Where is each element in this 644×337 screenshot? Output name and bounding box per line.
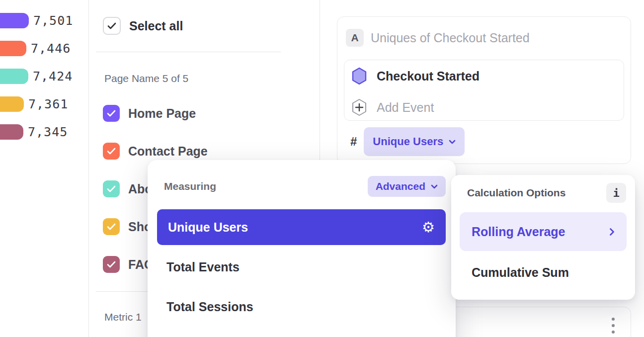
add-event-button[interactable]: Add Event	[351, 98, 434, 116]
checkbox-contact-page[interactable]	[103, 143, 120, 160]
add-event-label: Add Event	[377, 100, 434, 115]
section-divider	[96, 52, 281, 52]
legend-value: 7,501	[33, 13, 73, 28]
checkmark-icon	[107, 185, 116, 192]
dot	[612, 324, 615, 327]
filter-label: Home Page	[128, 106, 196, 121]
legend-bar-swatch	[0, 41, 26, 56]
event-name: Checkout Started	[377, 69, 480, 84]
measuring-title: Measuring	[164, 180, 216, 192]
measuring-menu: Measuring Advanced Unique Users ⚙ Total …	[148, 160, 456, 337]
gear-icon[interactable]: ⚙	[422, 220, 435, 235]
section-divider	[96, 291, 154, 292]
event-list-card: Checkout Started Add Event	[344, 60, 624, 121]
select-all-checkbox[interactable]	[103, 17, 121, 35]
checkmark-icon	[107, 148, 116, 155]
checkbox-about-page[interactable]	[103, 180, 120, 197]
filter-row-contact-page[interactable]: Contact Page	[103, 143, 208, 160]
checkbox-home-page[interactable]	[103, 105, 120, 122]
advanced-mode-dropdown[interactable]: Advanced	[368, 176, 446, 197]
checkmark-icon	[107, 223, 116, 230]
menu-option-rolling-average[interactable]: Rolling Average	[460, 212, 627, 251]
measurement-dropdown[interactable]: Unique Users	[364, 127, 465, 156]
dot	[612, 318, 615, 321]
number-symbol: #	[350, 135, 357, 149]
select-all-row[interactable]: Select all	[103, 17, 183, 35]
calculation-options-title: Calculation Options	[467, 187, 565, 199]
legend-item: 7,446	[0, 41, 71, 56]
legend-bar-swatch	[0, 13, 29, 28]
event-row-checkout-started[interactable]: Checkout Started	[351, 67, 480, 85]
legend-item: 7,345	[0, 124, 68, 140]
info-icon[interactable]: i	[606, 183, 626, 203]
chevron-down-icon	[431, 184, 438, 189]
series-name-placeholder: Uniques of Checkout Started	[371, 31, 530, 45]
option-label: Total Events	[166, 260, 240, 274]
legend-item: 7,361	[0, 96, 68, 112]
chevron-down-icon	[449, 140, 456, 144]
checkbox-shop-page[interactable]	[103, 218, 120, 235]
event-hexagon-icon	[351, 67, 367, 85]
legend-item: 7,501	[0, 13, 73, 28]
analytics-screen: 7,501 7,446 7,424 7,361 7,345 Select all	[0, 0, 644, 337]
filter-group-label: Page Name 5 of 5	[104, 73, 188, 84]
measurement-row: # Unique Users	[350, 127, 465, 156]
menu-option-total-events[interactable]: Total Events	[166, 249, 240, 285]
legend-item: 7,424	[0, 69, 73, 84]
option-label: Total Sessions	[166, 300, 253, 314]
menu-option-unique-users[interactable]: Unique Users ⚙	[157, 209, 446, 245]
checkmark-icon	[107, 110, 116, 117]
more-options-button[interactable]	[610, 316, 617, 336]
select-all-label: Select all	[129, 19, 183, 33]
series-letter-badge: A	[346, 29, 364, 47]
checkmark-icon	[107, 261, 116, 268]
dot	[612, 331, 615, 334]
metric-label: Metric 1	[104, 311, 142, 323]
legend-value: 7,361	[28, 97, 68, 111]
series-name-input[interactable]: A Uniques of Checkout Started	[346, 29, 530, 47]
measurement-value: Unique Users	[373, 135, 443, 148]
chevron-right-icon	[609, 228, 615, 236]
option-label: Cumulative Sum	[472, 265, 569, 280]
menu-option-total-sessions[interactable]: Total Sessions	[166, 289, 253, 325]
legend-value: 7,446	[31, 41, 71, 56]
filter-label: Contact Page	[128, 144, 208, 159]
panel-divider	[88, 0, 89, 337]
checkbox-faq-page[interactable]	[103, 256, 120, 273]
advanced-label: Advanced	[376, 180, 425, 192]
legend-value: 7,424	[33, 69, 73, 84]
legend-bar-swatch	[0, 96, 24, 112]
legend-bar-swatch	[0, 124, 23, 140]
selected-option-label: Unique Users	[168, 220, 248, 235]
calculation-options-menu: Calculation Options i Rolling Average Cu…	[451, 175, 635, 300]
query-card: A Uniques of Checkout Started Checkout S…	[337, 16, 631, 164]
add-event-hexagon-icon	[351, 98, 367, 116]
measuring-menu-header: Measuring Advanced	[164, 176, 446, 197]
filter-row-home-page[interactable]: Home Page	[103, 105, 196, 122]
legend-value: 7,345	[28, 125, 68, 139]
option-label: Rolling Average	[472, 225, 565, 239]
menu-option-cumulative-sum[interactable]: Cumulative Sum	[472, 261, 569, 284]
checkmark-icon	[107, 22, 116, 29]
legend-bar-swatch	[0, 69, 28, 84]
calculation-menu-header: Calculation Options i	[467, 183, 626, 203]
